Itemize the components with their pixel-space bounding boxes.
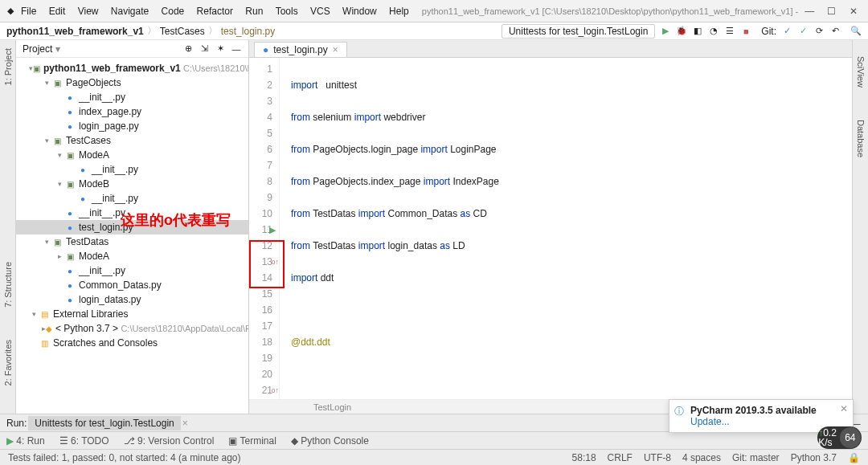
tree-po-init[interactable]: ●__init__.py [16,90,248,104]
notification-title: PyCharm 2019.3.5 available [690,405,845,416]
gutter[interactable]: 12345678910 11▶ 12 13o↑ 14151617181920 2… [249,58,280,399]
tree-po-index[interactable]: ●index_page.py [16,104,248,119]
tree-testdatas[interactable]: ▾▣TestDatas [16,235,248,249]
nav-bar: python11_web_framework_v1 〉 TestCases 〉 … [0,22,868,40]
tab-run[interactable]: ▶ 4: Run [6,435,45,447]
run-icon[interactable]: ▶ [660,26,671,37]
notification-link[interactable]: Update... [690,416,845,427]
tree-td-common[interactable]: ●Common_Datas.py [16,278,248,292]
left-tool-strip: 1: Project 7: Structure 2: Favorites [0,40,16,414]
select-opened-icon[interactable]: ⊕ [182,43,194,55]
app-icon: ◆ [5,6,16,17]
collapse-icon[interactable]: ⇲ [199,43,210,55]
tab-pyconsole[interactable]: ◆ Python Console [291,435,369,447]
run-label: Run: [6,418,27,429]
git-commit-icon[interactable]: ✓ [797,26,809,37]
menu-window[interactable]: Window [338,4,382,18]
netspeed-overlay: ↑0.2K/s 64 [817,426,862,449]
tree-pageobjects[interactable]: ▾▣PageObjects [16,75,248,90]
code-editor[interactable]: 12345678910 11▶ 12 13o↑ 14151617181920 2… [249,58,852,399]
git-history-icon[interactable]: ⟳ [813,26,825,37]
tab-close-icon[interactable]: × [333,44,338,55]
tree-modeB[interactable]: ▾▣ModeB [16,177,248,191]
status-interpreter[interactable]: Python 3.7 [791,452,837,463]
project-dropdown[interactable]: Project [23,43,52,55]
tree-td-login[interactable]: ●login_datas.py [16,292,248,307]
status-caret[interactable]: 58:18 [572,452,596,463]
tab-vcs[interactable]: ⎇ 9: Version Control [124,435,215,447]
search-icon[interactable]: 🔍 [850,26,862,37]
code-area[interactable]: import unittest from selenium import web… [280,58,852,399]
run-tab-close-icon[interactable]: × [182,418,188,429]
tree-modeA-init[interactable]: ●__init__.py [16,162,248,177]
crumb-file[interactable]: test_login.py [221,26,275,37]
status-git[interactable]: Git: master [732,452,780,463]
status-indent[interactable]: 4 spaces [682,452,721,463]
tree-external[interactable]: ▾▤External Libraries [16,307,248,321]
tree-po-login[interactable]: ●login_page.py [16,119,248,133]
stop-icon[interactable]: ■ [740,26,751,37]
menu-file[interactable]: File [16,4,41,18]
editor-column: ●test_login.py× 12345678910 11▶ 12 13o↑ … [249,40,852,414]
tab-sciview[interactable]: SciView [856,56,866,88]
settings-icon[interactable]: ✶ [215,43,226,55]
tree-root[interactable]: ▾▣python11_web_framework_v1 C:\Users\182… [16,61,248,75]
status-encoding[interactable]: UTF-8 [644,452,671,463]
git-update-icon[interactable]: ✓ [781,26,792,37]
close-icon[interactable]: ✕ [844,6,863,17]
tab-structure[interactable]: 7: Structure [3,262,13,308]
tree-modeB-init[interactable]: ●__init__.py [16,191,248,206]
tab-todo[interactable]: ☰ 6: TODO [59,435,109,447]
coverage-icon[interactable]: ◧ [692,26,703,37]
run-gutter-icon[interactable]: ▶ [269,222,276,238]
bottom-tool-tabs: ▶ 4: Run ☰ 6: TODO ⎇ 9: Version Control … [0,431,868,449]
menu-refactor[interactable]: Refactor [192,4,238,18]
override-icon[interactable]: o↑ [271,254,279,270]
info-icon: ⓘ [674,405,684,418]
menu-help[interactable]: Help [384,4,414,18]
tab-database[interactable]: Database [856,120,866,157]
status-eol[interactable]: CRLF [608,452,633,463]
python-file-icon: ● [263,44,268,55]
profile-icon[interactable]: ◔ [708,26,719,37]
concurrency-icon[interactable]: ☰ [724,26,735,37]
editor-tab[interactable]: ●test_login.py× [254,42,347,57]
tab-terminal[interactable]: ▣ Terminal [228,435,276,447]
right-tool-strip: SciView Database [852,40,868,414]
main-menu: File Edit View Navigate Code Refactor Ru… [16,6,414,17]
tree-testcases[interactable]: ▾▣TestCases [16,133,248,148]
tree-test-login[interactable]: ●test_login.py [16,220,248,235]
crumb-root[interactable]: python11_web_framework_v1 [6,26,144,37]
hide-icon[interactable]: — [231,43,242,55]
tree-scratches[interactable]: ▥Scratches and Consoles [16,336,248,350]
debug-icon[interactable]: 🐞 [676,26,687,37]
tab-favorites[interactable]: 2: Favorites [3,340,13,385]
git-label: Git: [761,26,776,37]
menu-navigate[interactable]: Navigate [106,4,154,18]
menu-tools[interactable]: Tools [271,4,303,18]
maximize-icon[interactable]: ☐ [822,6,841,17]
override-icon-2[interactable]: o↑ [271,382,279,398]
git-rollback-icon[interactable]: ↶ [829,26,841,37]
project-panel: Project ▾ ⊕ ⇲ ✶ — ▾▣python11_web_framewo… [16,40,249,414]
menu-view[interactable]: View [73,4,104,18]
menu-run[interactable]: Run [240,4,268,18]
tree-modeA[interactable]: ▾▣ModeA [16,148,248,162]
status-bar: Tests failed: 1, passed: 0, not started:… [0,449,868,465]
tree-td-init[interactable]: ●__init__.py [16,263,248,278]
status-lock-icon[interactable]: 🔒 [848,452,860,463]
status-tests: Tests failed: 1, passed: 0, not started:… [8,452,241,463]
notification-close-icon[interactable]: ✕ [840,403,848,414]
tab-project[interactable]: 1: Project [3,48,13,85]
menu-edit[interactable]: Edit [44,4,71,18]
tree-py37[interactable]: ▸◆< Python 3.7 > C:\Users\18210\AppData\… [16,321,248,336]
tree-td-modeA[interactable]: ▸▣ModeA [16,249,248,263]
menu-vcs[interactable]: VCS [305,4,335,18]
minimize-icon[interactable]: — [800,6,819,17]
menu-code[interactable]: Code [157,4,190,18]
crumb-testcases[interactable]: TestCases [160,26,205,37]
tree-tc-init[interactable]: ●__init__.py [16,206,248,220]
project-tree[interactable]: ▾▣python11_web_framework_v1 C:\Users\182… [16,58,248,414]
run-tab-active[interactable]: Unittests for test_login.TestLogin [28,416,180,430]
run-config-select[interactable]: Unittests for test_login.TestLogin [502,24,655,39]
